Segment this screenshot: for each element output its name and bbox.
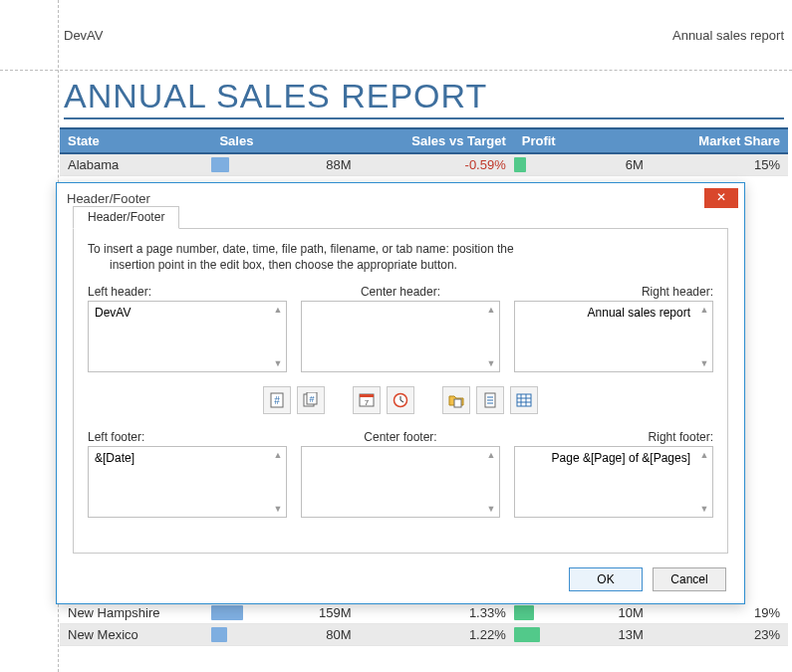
insert-sheet-name-icon — [516, 392, 532, 408]
insert-page-number-button[interactable]: # — [263, 386, 291, 414]
tool-group-page: # # — [263, 386, 325, 414]
cell-profit: 13M — [594, 623, 652, 645]
center-header-field-wrap: ▲ ▼ — [301, 301, 500, 372]
scroll-up-icon[interactable]: ▲ — [698, 304, 710, 316]
scroll-down-icon[interactable]: ▼ — [698, 357, 710, 369]
instruction-line-1: To insert a page number, date, time, fil… — [88, 242, 514, 256]
right-footer-field[interactable] — [515, 447, 696, 517]
cell-profit: 10M — [594, 602, 652, 624]
scroll-down-icon[interactable]: ▼ — [272, 503, 284, 515]
right-header-field-wrap: ▲ ▼ — [514, 301, 713, 372]
label-right-header: Right header: — [505, 285, 713, 299]
close-button[interactable]: ✕ — [704, 188, 738, 208]
svg-text:7: 7 — [365, 398, 370, 407]
scroll-up-icon[interactable]: ▲ — [698, 449, 710, 461]
label-right-footer: Right footer: — [505, 430, 713, 444]
dialog-body: Header/Footer To insert a page number, d… — [73, 229, 728, 554]
cell-share: 19% — [652, 602, 788, 624]
table-row: Alabama88M-0.59%6M15% — [60, 153, 788, 176]
cell-svt: 1.33% — [360, 602, 514, 624]
cell-profit-bar — [514, 153, 594, 176]
insert-time-icon — [393, 392, 408, 408]
cell-profit-bar — [514, 602, 594, 624]
cell-sales-bar — [211, 602, 291, 624]
cell-share: 23% — [652, 623, 788, 645]
cell-sales: 159M — [291, 602, 359, 624]
table-row: New Hampshire159M1.33%10M19% — [60, 602, 788, 624]
footer-boxes: ▲ ▼ ▲ ▼ ▲ ▼ — [74, 446, 727, 518]
report-title: ANNUAL SALES REPORT — [64, 77, 784, 115]
tool-group-datetime: 7 — [353, 386, 414, 414]
cancel-button[interactable]: Cancel — [653, 567, 726, 591]
center-header-field[interactable] — [302, 302, 483, 371]
insert-time-button[interactable] — [387, 386, 414, 414]
insert-file-name-icon — [482, 392, 498, 408]
cell-sales: 88M — [291, 153, 359, 176]
insert-total-pages-icon: # — [303, 392, 319, 408]
dialog-instructions: To insert a page number, date, time, fil… — [74, 229, 727, 279]
center-footer-field[interactable] — [302, 447, 483, 517]
ok-button[interactable]: OK — [569, 567, 643, 591]
cell-state: New Hampshire — [60, 602, 211, 624]
insert-file-path-button[interactable] — [442, 386, 470, 414]
table-row: New Mexico80M1.22%13M23% — [60, 623, 788, 645]
label-center-header: Center header: — [296, 285, 504, 299]
svg-text:#: # — [309, 394, 314, 404]
scroll-up-icon[interactable]: ▲ — [272, 304, 284, 316]
label-left-footer: Left footer: — [88, 430, 296, 444]
scroll-down-icon[interactable]: ▼ — [485, 503, 497, 515]
cell-state: New Mexico — [60, 623, 211, 645]
svg-rect-6 — [360, 394, 374, 397]
scroll-up-icon[interactable]: ▲ — [485, 304, 497, 316]
page-header-left: DevAV — [64, 28, 104, 43]
header-boxes: ▲ ▼ ▲ ▼ ▲ ▼ — [74, 301, 727, 372]
cell-profit-bar — [514, 623, 594, 645]
right-footer-field-wrap: ▲ ▼ — [514, 446, 713, 518]
left-footer-field[interactable] — [89, 447, 270, 517]
table-header-row: State Sales Sales vs Target Profit Marke… — [60, 128, 788, 153]
footer-labels: Left footer: Center footer: Right footer… — [74, 424, 727, 446]
label-left-header: Left header: — [88, 285, 296, 299]
header-footer-dialog: Header/Footer ✕ Header/Footer To insert … — [56, 182, 745, 604]
svg-text:#: # — [274, 395, 280, 406]
col-svt: Sales vs Target — [360, 128, 514, 153]
title-rule — [64, 117, 784, 119]
insert-total-pages-button[interactable]: # — [297, 386, 325, 414]
col-state: State — [60, 128, 211, 153]
svg-rect-11 — [454, 399, 461, 407]
dialog-title: Header/Footer — [67, 191, 150, 206]
scroll-down-icon[interactable]: ▼ — [485, 357, 497, 369]
scroll-down-icon[interactable]: ▼ — [272, 357, 284, 369]
label-center-footer: Center footer: — [296, 430, 504, 444]
header-labels: Left header: Center header: Right header… — [74, 279, 727, 301]
center-footer-field-wrap: ▲ ▼ — [301, 446, 500, 518]
col-profit-val — [594, 128, 652, 153]
cell-state: Alabama — [60, 153, 211, 176]
insert-toolbar: # # 7 — [74, 372, 727, 424]
cell-sales: 80M — [291, 623, 359, 645]
cell-svt: 1.22% — [360, 623, 514, 645]
insert-file-name-button[interactable] — [476, 386, 504, 414]
left-header-field-wrap: ▲ ▼ — [88, 301, 287, 372]
left-header-field[interactable] — [89, 302, 270, 371]
cell-sales-bar — [211, 153, 291, 176]
insert-sheet-name-button[interactable] — [510, 386, 538, 414]
cell-share: 15% — [652, 153, 788, 176]
cell-svt: -0.59% — [360, 153, 514, 176]
svg-rect-16 — [517, 394, 531, 406]
tab-header-footer[interactable]: Header/Footer — [73, 206, 179, 229]
page-header-right: Annual sales report — [672, 28, 784, 43]
cell-sales-bar — [211, 623, 291, 645]
scroll-down-icon[interactable]: ▼ — [698, 503, 710, 515]
scroll-up-icon[interactable]: ▲ — [272, 449, 284, 461]
right-header-field[interactable] — [515, 302, 696, 371]
insert-date-button[interactable]: 7 — [353, 386, 381, 414]
insert-page-number-icon: # — [269, 392, 285, 408]
insert-file-path-icon — [448, 392, 464, 408]
col-share: Market Share — [652, 128, 788, 153]
tool-group-file — [442, 386, 538, 414]
dialog-buttons: OK Cancel — [569, 567, 726, 591]
left-footer-field-wrap: ▲ ▼ — [88, 446, 287, 518]
col-sales-bar: Sales — [211, 128, 291, 153]
scroll-up-icon[interactable]: ▲ — [485, 449, 497, 461]
